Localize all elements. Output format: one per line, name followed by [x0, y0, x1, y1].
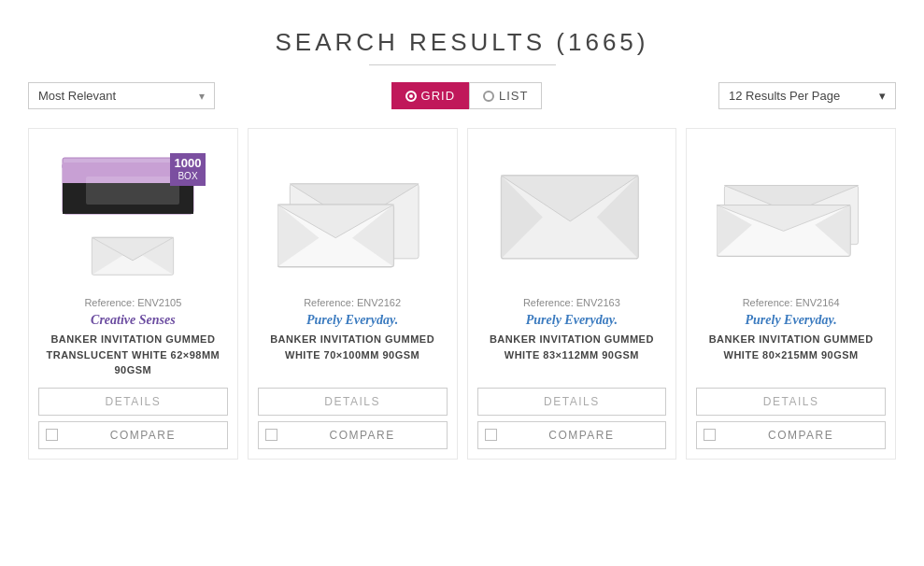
- product-actions-3: DETAILS COMPARE: [477, 388, 667, 449]
- svg-rect-4: [86, 177, 179, 205]
- product-card-2: Reference: ENV2162 Purely Everyday. BANK…: [248, 128, 458, 460]
- compare-label-3: COMPARE: [505, 429, 660, 442]
- product-image-wrapper-3: [477, 138, 667, 288]
- product-actions-4: DETAILS COMPARE: [696, 388, 886, 449]
- compare-label-4: COMPARE: [723, 429, 878, 442]
- product-image-wrapper-1: 1000 BOX: [38, 138, 228, 288]
- page-title: SEARCH RESULTS (1665): [28, 28, 896, 57]
- product-ref-1: Reference: ENV2105: [84, 297, 181, 308]
- product-name-4: BANKER INVITATION GUMMED WHITE 80×215MM …: [696, 332, 886, 362]
- product-small-envelope: [86, 231, 179, 277]
- sort-label: Most Relevant: [38, 89, 116, 103]
- sort-chevron-icon: ▾: [199, 90, 205, 103]
- product-card-1: 1000 BOX Reference: ENV2105: [28, 128, 238, 460]
- product-ref-3: Reference: ENV2163: [523, 297, 620, 308]
- product-box-image: 1000 BOX: [58, 149, 207, 223]
- product-ref-4: Reference: ENV2164: [743, 297, 840, 308]
- compare-checkbox-3[interactable]: [485, 429, 497, 441]
- compare-row-4[interactable]: COMPARE: [696, 421, 886, 449]
- toolbar: Most Relevant ▾ GRID LIST 12 Results Per…: [28, 82, 896, 109]
- product-grid: 1000 BOX Reference: ENV2105: [28, 128, 896, 460]
- compare-row-2[interactable]: COMPARE: [258, 421, 448, 449]
- list-view-button[interactable]: LIST: [469, 82, 542, 109]
- product-image-wrapper-4: [696, 138, 886, 288]
- details-button-2[interactable]: DETAILS: [258, 388, 448, 416]
- product-brand-2: Purely Everyday.: [306, 313, 398, 328]
- product-name-3: BANKER INVITATION GUMMED WHITE 83×112MM …: [477, 332, 667, 362]
- title-divider: [369, 64, 556, 65]
- product-card-4: Reference: ENV2164 Purely Everyday. BANK…: [686, 128, 896, 460]
- grid-view-button[interactable]: GRID: [391, 82, 470, 109]
- list-radio-icon: [483, 91, 494, 102]
- product-envelope-4: [717, 157, 866, 269]
- per-page-label: 12 Results Per Page: [729, 89, 840, 103]
- compare-label-2: COMPARE: [285, 429, 440, 442]
- compare-row-3[interactable]: COMPARE: [477, 421, 667, 449]
- product-image-wrapper-2: [258, 138, 448, 288]
- compare-label-1: COMPARE: [65, 429, 220, 442]
- product-brand-4: Purely Everyday.: [746, 313, 837, 328]
- product-name-2: BANKER INVITATION GUMMED WHITE 70×100MM …: [258, 332, 448, 362]
- details-button-4[interactable]: DETAILS: [696, 388, 886, 416]
- product-card-3: Reference: ENV2163 Purely Everyday. BANK…: [467, 128, 677, 460]
- product-name-1: BANKER INVITATION GUMMED TRANSLUCENT WHI…: [38, 332, 228, 378]
- compare-checkbox-1[interactable]: [46, 429, 58, 441]
- per-page-chevron-icon: ▾: [879, 89, 886, 103]
- grid-label: GRID: [421, 89, 456, 103]
- product-actions-2: DETAILS COMPARE: [258, 388, 448, 449]
- view-toggle: GRID LIST: [391, 82, 543, 109]
- product-envelope-3: [497, 157, 647, 269]
- list-label: LIST: [499, 89, 528, 103]
- details-button-3[interactable]: DETAILS: [477, 388, 667, 416]
- product-brand-3: Purely Everyday.: [526, 313, 618, 328]
- product-envelope-2: [277, 157, 427, 269]
- compare-checkbox-4[interactable]: [704, 429, 716, 441]
- product-ref-2: Reference: ENV2162: [304, 297, 401, 308]
- compare-checkbox-2[interactable]: [265, 429, 277, 441]
- product-brand-1: Creative Senses: [91, 313, 176, 328]
- sort-dropdown[interactable]: Most Relevant ▾: [28, 82, 215, 109]
- svg-text:BOX: BOX: [178, 171, 198, 181]
- grid-radio-icon: [405, 91, 417, 102]
- svg-text:1000: 1000: [175, 156, 202, 170]
- per-page-dropdown[interactable]: 12 Results Per Page ▾: [718, 82, 896, 109]
- product-actions-1: DETAILS COMPARE: [38, 388, 228, 449]
- compare-row-1[interactable]: COMPARE: [38, 421, 228, 449]
- details-button-1[interactable]: DETAILS: [38, 388, 228, 416]
